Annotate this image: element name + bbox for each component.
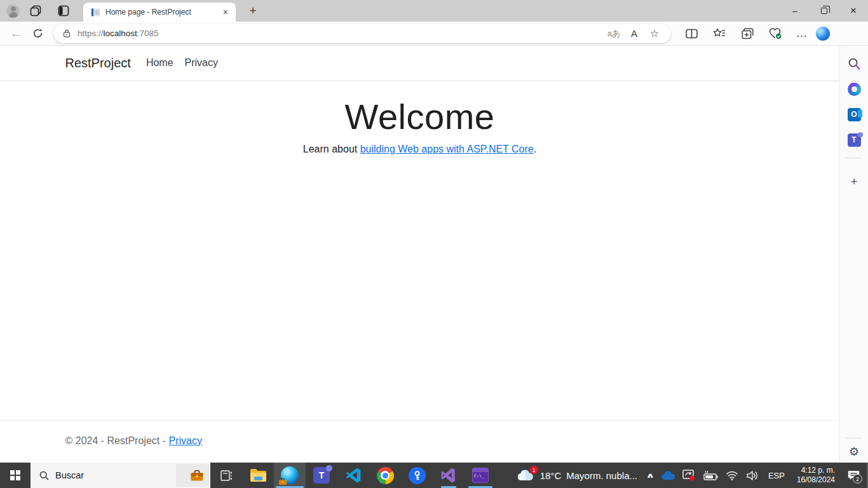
url-host: localhost bbox=[104, 29, 137, 38]
refresh-icon bbox=[32, 28, 43, 39]
add-favorite-icon[interactable]: ☆ bbox=[644, 25, 665, 42]
tab-close-icon[interactable]: × bbox=[220, 7, 231, 17]
browser-toolbar: ← https://localhost:7085 aあ A ☆ … bbox=[0, 22, 868, 46]
start-button[interactable] bbox=[0, 463, 31, 488]
aspnet-docs-link[interactable]: building Web apps with ASP.NET Core bbox=[360, 144, 534, 154]
visual-studio-icon bbox=[440, 467, 457, 484]
collections-icon[interactable] bbox=[736, 24, 759, 43]
new-tab-button[interactable]: + bbox=[245, 4, 261, 18]
tray-expand-button[interactable]: ∧ bbox=[644, 463, 657, 488]
sidebar-m365-icon[interactable] bbox=[844, 79, 864, 99]
weather-temp: 18°C bbox=[540, 470, 562, 481]
key-app-icon bbox=[409, 467, 426, 484]
copilot-icon[interactable] bbox=[816, 27, 830, 41]
translate-icon[interactable]: aあ bbox=[604, 25, 624, 42]
taskbar: T C:\_ 1 18°C Mayorm. nubla... ∧ bbox=[0, 463, 868, 488]
onedrive-tray-icon[interactable] bbox=[657, 463, 679, 488]
wifi-tray-icon[interactable] bbox=[722, 463, 742, 488]
clock-time: 4:12 p. m. bbox=[801, 466, 835, 475]
workspaces-icon[interactable] bbox=[26, 1, 45, 20]
lock-icon bbox=[62, 29, 71, 38]
sidebar-add-button[interactable]: + bbox=[850, 175, 857, 189]
refresh-button[interactable] bbox=[27, 24, 48, 43]
weather-condition: Mayorm. nubla... bbox=[566, 470, 637, 481]
clock-date: 16/08/2024 bbox=[797, 475, 835, 485]
favorites-icon[interactable] bbox=[708, 24, 731, 43]
task-view-button[interactable] bbox=[210, 463, 242, 488]
page-title: Welcome bbox=[0, 96, 839, 137]
sidebar-divider bbox=[846, 158, 862, 158]
tab-actions-icon[interactable] bbox=[54, 1, 73, 20]
sidebar-teams-icon[interactable]: T bbox=[844, 130, 864, 150]
search-icon bbox=[39, 471, 49, 480]
taskbar-clock[interactable]: 4:12 p. m. 16/08/2024 bbox=[790, 463, 841, 488]
teams-icon: T bbox=[313, 467, 330, 484]
terminal-text: C:\_ bbox=[473, 472, 488, 478]
window-controls: – × bbox=[780, 0, 868, 22]
vscode-button[interactable] bbox=[337, 463, 369, 488]
windows-logo-icon bbox=[10, 470, 20, 480]
weather-alert-badge: 1 bbox=[530, 466, 538, 474]
nav-link-home[interactable]: Home bbox=[146, 57, 173, 69]
site-navbar: RestProject Home Privacy bbox=[0, 46, 839, 81]
back-icon: ← bbox=[10, 27, 22, 41]
outlook-letter: O bbox=[851, 110, 857, 119]
edge-icon bbox=[281, 466, 299, 484]
weather-cloud-icon: 1 bbox=[516, 468, 535, 483]
task-view-icon bbox=[220, 470, 233, 481]
content-area: RestProject Home Privacy Welcome Learn a… bbox=[0, 46, 868, 463]
chrome-button[interactable] bbox=[369, 463, 401, 488]
browser-titlebar: Home page - RestProject × + – × bbox=[0, 0, 868, 22]
volume-tray-icon[interactable] bbox=[742, 463, 763, 488]
url-port: :7085 bbox=[137, 29, 159, 38]
weather-widget[interactable]: 1 18°C Mayorm. nubla... bbox=[510, 463, 644, 488]
chevron-up-icon: ∧ bbox=[646, 471, 654, 480]
search-highlight[interactable] bbox=[176, 464, 209, 487]
nav-link-privacy[interactable]: Privacy bbox=[185, 57, 218, 69]
language-indicator[interactable]: ESP bbox=[763, 463, 790, 488]
file-explorer-button[interactable] bbox=[242, 463, 274, 488]
search-input[interactable] bbox=[55, 470, 144, 480]
aspnet-favicon-icon bbox=[91, 8, 100, 17]
url-scheme: https:// bbox=[78, 29, 104, 38]
sidebar-outlook-icon[interactable]: O bbox=[844, 104, 864, 125]
minimize-button[interactable]: – bbox=[780, 0, 810, 22]
taskbar-search[interactable] bbox=[31, 463, 210, 488]
browser-tab[interactable]: Home page - RestProject × bbox=[83, 3, 236, 22]
sidebar-search-icon[interactable] bbox=[844, 53, 864, 74]
web-page: RestProject Home Privacy Welcome Learn a… bbox=[0, 46, 839, 463]
display-status-tray-icon[interactable] bbox=[679, 463, 699, 488]
restore-button[interactable] bbox=[810, 0, 839, 22]
back-button[interactable]: ← bbox=[5, 24, 27, 43]
more-menu-icon[interactable]: … bbox=[790, 24, 813, 43]
intro-prefix: Learn about bbox=[303, 144, 360, 154]
action-center-button[interactable]: 2 bbox=[841, 463, 868, 488]
browser-essentials-icon[interactable] bbox=[764, 24, 787, 43]
notification-count-badge: 2 bbox=[853, 474, 862, 484]
screen: Home page - RestProject × + – × ← https:… bbox=[0, 0, 868, 488]
key-app-button[interactable] bbox=[401, 463, 433, 488]
sidebar-settings-icon[interactable]: ⚙ bbox=[849, 445, 859, 459]
intro-text: Learn about building Web apps with ASP.N… bbox=[0, 144, 839, 155]
teams-button[interactable]: T bbox=[306, 463, 337, 488]
restore-icon bbox=[821, 8, 827, 14]
read-aloud-icon[interactable]: A bbox=[624, 25, 644, 42]
profile-avatar-icon[interactable] bbox=[6, 4, 20, 18]
split-screen-icon[interactable] bbox=[680, 24, 703, 43]
address-bar[interactable]: https://localhost:7085 aあ A ☆ bbox=[53, 24, 671, 43]
sidebar-divider-bottom bbox=[846, 438, 862, 438]
briefcase-icon bbox=[190, 470, 204, 482]
edge-button[interactable] bbox=[274, 463, 306, 488]
close-window-button[interactable]: × bbox=[839, 0, 868, 22]
vscode-icon bbox=[345, 467, 362, 484]
teams-letter: T bbox=[319, 470, 325, 480]
teams-letter: T bbox=[851, 135, 856, 144]
footer-privacy-link[interactable]: Privacy bbox=[168, 435, 201, 446]
edge-sidebar: O T + ⚙ bbox=[839, 46, 868, 463]
intro-suffix: . bbox=[534, 144, 536, 154]
visual-studio-button[interactable] bbox=[433, 463, 465, 488]
navbar-brand[interactable]: RestProject bbox=[65, 56, 131, 71]
battery-tray-icon[interactable] bbox=[699, 463, 722, 488]
command-prompt-button[interactable]: C:\_ bbox=[465, 463, 496, 488]
footer-text: © 2024 - RestProject - bbox=[65, 435, 169, 446]
